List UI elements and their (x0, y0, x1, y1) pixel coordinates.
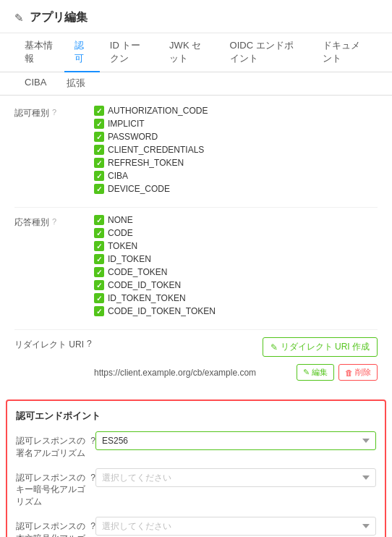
grant-type-label-device: DEVICE_CODE (108, 184, 170, 194)
response-type-values: NONE CODE TOKEN ID_TOKEN CODE_TOKEN CODE… (94, 215, 378, 319)
key-enc-algo-row: 認可レスポンスのキー暗号化アルゴリズム ? 選択してください (16, 468, 376, 508)
form-section: 認可種別 ? AUTHORIZATION_CODE IMPLICIT PASSW… (0, 96, 392, 399)
authz-endpoint-title: 認可エンドポイント (16, 410, 376, 423)
checkbox-checked-icon (94, 132, 104, 142)
checkbox-checked-icon (94, 171, 104, 181)
divider (14, 329, 378, 330)
checkbox-checked-icon (94, 119, 104, 129)
grant-type-label-client-creds: CLIENT_CREDENTIALS (108, 145, 204, 155)
redirect-uri-help-icon[interactable]: ? (87, 339, 92, 349)
grant-type-label-implicit: IMPLICIT (108, 119, 145, 129)
tab-document[interactable]: ドキュメント (312, 33, 378, 72)
grant-type-item: AUTHORIZATION_CODE (94, 106, 378, 116)
response-type-none: NONE (108, 215, 133, 225)
response-type-item: ID_TOKEN_TOKEN (94, 293, 378, 303)
tab-authorization[interactable]: 認可 (64, 33, 100, 72)
tab-basic-info[interactable]: 基本情報 (14, 33, 64, 72)
response-type-code-id-token: CODE_ID_TOKEN (108, 280, 181, 290)
subtab-ciba[interactable]: CIBA (14, 72, 56, 96)
grant-type-label-ciba: CIBA (108, 171, 128, 181)
checkbox-checked-icon (94, 254, 104, 264)
sub-tabs: CIBA 拡張 (0, 72, 392, 96)
sign-algo-control[interactable]: ES256 (95, 431, 376, 450)
sign-algo-label: 認可レスポンスの署名アルゴリズム ? (16, 431, 95, 460)
tab-id-token[interactable]: ID トークン (100, 33, 159, 72)
create-redirect-uri-button[interactable]: ✎ リダイレクト URI 作成 (263, 337, 378, 357)
uri-actions: ✎ 編集 🗑 削除 (297, 364, 378, 381)
checkbox-checked-icon (94, 215, 104, 225)
page-header: ✎ アプリ編集 (0, 0, 392, 33)
checkbox-checked-icon (94, 228, 104, 238)
grant-type-item: CLIENT_CREDENTIALS (94, 145, 378, 155)
response-type-item: NONE (94, 215, 378, 225)
grant-type-label-authcode: AUTHORIZATION_CODE (108, 106, 208, 116)
response-type-item: TOKEN (94, 241, 378, 251)
content-enc-algo-label: 認可レスポンスの本文暗号化アルゴリズム ? (16, 517, 95, 537)
response-type-row: 応答種別 ? NONE CODE TOKEN ID_TOKEN CODE (14, 215, 378, 319)
response-type-code-id-token-token: CODE_ID_TOKEN_TOKEN (108, 306, 216, 316)
sign-algo-row: 認可レスポンスの署名アルゴリズム ? ES256 (16, 431, 376, 460)
checkbox-checked-icon (94, 293, 104, 303)
grant-type-item: CIBA (94, 171, 378, 181)
response-type-item: CODE_ID_TOKEN (94, 280, 378, 290)
grant-type-label-refresh: REFRESH_TOKEN (108, 158, 184, 168)
content-enc-algo-select[interactable]: 選択してください (95, 517, 376, 536)
grant-type-item: REFRESH_TOKEN (94, 158, 378, 168)
checkbox-checked-icon (94, 280, 104, 290)
checkbox-checked-icon (94, 267, 104, 277)
edit-icon: ✎ (14, 12, 24, 25)
response-type-item: CODE (94, 228, 378, 238)
tab-oidc-endpoint[interactable]: OIDC エンドポイント (220, 33, 313, 72)
checkbox-checked-icon (94, 106, 104, 116)
key-enc-algo-help-icon[interactable]: ? (90, 472, 95, 484)
response-type-id-token-token: ID_TOKEN_TOKEN (108, 293, 186, 303)
create-uri-icon: ✎ (270, 342, 278, 352)
grant-type-item: PASSWORD (94, 132, 378, 142)
page-title: アプリ編集 (30, 10, 88, 25)
key-enc-algo-control[interactable]: 選択してください (95, 468, 376, 487)
grant-type-values: AUTHORIZATION_CODE IMPLICIT PASSWORD CLI… (94, 106, 378, 197)
uri-entry: https://client.example.org/cb/example.co… (94, 364, 378, 381)
redirect-uri-label: リダイレクト URI ? (14, 337, 94, 351)
grant-type-item: IMPLICIT (94, 119, 378, 129)
content-enc-algo-row: 認可レスポンスの本文暗号化アルゴリズム ? 選択してください (16, 517, 376, 537)
sign-algo-select[interactable]: ES256 (95, 431, 376, 450)
delete-uri-button[interactable]: 🗑 削除 (338, 364, 378, 381)
grant-type-row: 認可種別 ? AUTHORIZATION_CODE IMPLICIT PASSW… (14, 106, 378, 197)
divider (14, 207, 378, 208)
redirect-uri-row: リダイレクト URI ? ✎ リダイレクト URI 作成 https://cli… (14, 337, 378, 384)
key-enc-algo-select[interactable]: 選択してください (95, 468, 376, 487)
edit-uri-button[interactable]: ✎ 編集 (297, 364, 334, 381)
checkbox-checked-icon (94, 241, 104, 251)
grant-type-label: 認可種別 ? (14, 106, 94, 119)
edit-icon: ✎ (303, 368, 310, 377)
response-type-id-token: ID_TOKEN (108, 254, 151, 264)
sign-algo-help-icon[interactable]: ? (90, 435, 95, 447)
checkbox-checked-icon (94, 158, 104, 168)
content-enc-algo-control[interactable]: 選択してください (95, 517, 376, 536)
key-enc-algo-label: 認可レスポンスのキー暗号化アルゴリズム ? (16, 468, 95, 508)
response-type-item: CODE_ID_TOKEN_TOKEN (94, 306, 378, 316)
response-type-token: TOKEN (108, 241, 137, 251)
redirect-uri-content: ✎ リダイレクト URI 作成 https://client.example.o… (94, 337, 378, 384)
grant-type-help-icon[interactable]: ? (52, 108, 56, 117)
response-type-code-token: CODE_TOKEN (108, 267, 167, 277)
uri-text: https://client.example.org/cb/example.co… (94, 368, 256, 378)
grant-type-label-password: PASSWORD (108, 132, 158, 142)
subtab-extension[interactable]: 拡張 (56, 72, 95, 96)
response-type-label: 応答種別 ? (14, 215, 94, 229)
response-type-item: CODE_TOKEN (94, 267, 378, 277)
trash-icon: 🗑 (345, 368, 353, 377)
content-enc-algo-help-icon[interactable]: ? (90, 520, 95, 533)
response-type-item: ID_TOKEN (94, 254, 378, 264)
main-tabs: 基本情報 認可 ID トークン JWK セット OIDC エンドポイント ドキュ… (0, 33, 392, 72)
checkbox-checked-icon (94, 184, 104, 194)
response-type-help-icon[interactable]: ? (52, 217, 56, 226)
authz-endpoint-section: 認可エンドポイント 認可レスポンスの署名アルゴリズム ? ES256 認可レスポ… (6, 399, 386, 537)
tab-jwk-set[interactable]: JWK セット (159, 33, 219, 72)
grant-type-item: DEVICE_CODE (94, 184, 378, 194)
response-type-code: CODE (108, 228, 133, 238)
checkbox-checked-icon (94, 145, 104, 155)
checkbox-checked-icon (94, 306, 104, 316)
